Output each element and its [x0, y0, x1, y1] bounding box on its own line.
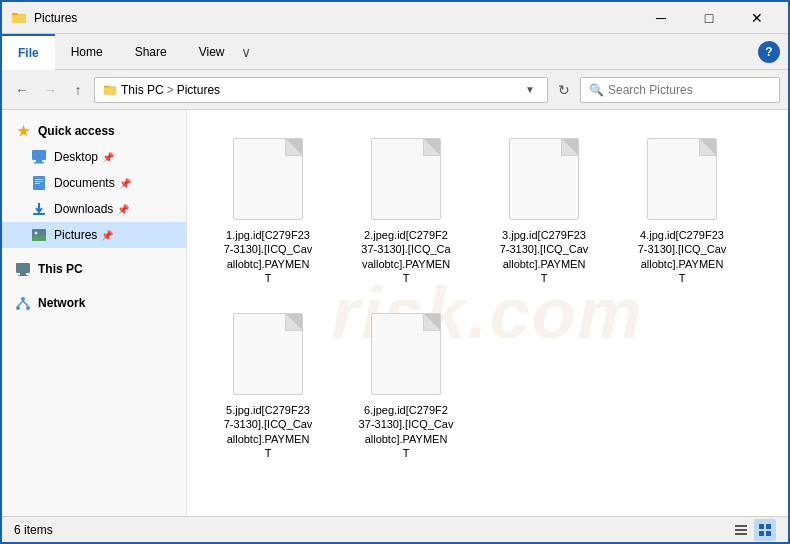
- search-icon: 🔍: [589, 83, 604, 97]
- path-pictures[interactable]: Pictures: [177, 83, 220, 97]
- file-icon: [504, 134, 584, 224]
- svg-rect-6: [32, 150, 46, 160]
- svg-rect-13: [33, 213, 45, 215]
- status-bar: 6 items: [2, 516, 788, 542]
- this-pc-icon: [14, 260, 32, 278]
- file-icon: [366, 309, 446, 399]
- svg-point-19: [21, 297, 25, 301]
- ribbon: File Home Share View ∨ ?: [2, 34, 788, 70]
- tab-file[interactable]: File: [2, 34, 55, 70]
- sidebar-label-downloads: Downloads: [54, 202, 113, 216]
- quick-access-icon: ★: [14, 122, 32, 140]
- desktop-icon: [30, 148, 48, 166]
- network-icon: [14, 294, 32, 312]
- svg-point-20: [16, 306, 20, 310]
- svg-rect-5: [104, 87, 116, 94]
- svg-rect-24: [735, 525, 747, 527]
- window-title: Pictures: [34, 11, 638, 25]
- file-icon: [228, 134, 308, 224]
- svg-rect-12: [35, 183, 40, 184]
- path-dropdown-icon[interactable]: ▼: [521, 84, 539, 95]
- downloads-icon: [30, 200, 48, 218]
- file-name: 3.jpg.id[C279F237-3130].[ICQ_Cavallobtc]…: [500, 228, 589, 285]
- back-button[interactable]: ←: [10, 78, 34, 102]
- path-thispc[interactable]: This PC: [121, 83, 164, 97]
- svg-rect-16: [16, 263, 30, 273]
- file-name: 1.jpg.id[C279F237-3130].[ICQ_Cavallobtc]…: [224, 228, 313, 285]
- forward-button[interactable]: →: [38, 78, 62, 102]
- file-icon: [228, 309, 308, 399]
- up-button[interactable]: ↑: [66, 78, 90, 102]
- file-name: 5.jpg.id[C279F237-3130].[ICQ_Cavallobtc]…: [224, 403, 313, 460]
- status-count: 6 items: [14, 523, 730, 537]
- sidebar-label-pictures: Pictures: [54, 228, 97, 242]
- file-name: 4.jpg.id[C279F237-3130].[ICQ_Cavallobtc]…: [638, 228, 727, 285]
- pin-icon-pictures: 📌: [101, 230, 113, 241]
- ribbon-collapse-icon[interactable]: ∨: [241, 44, 251, 60]
- sidebar-item-documents[interactable]: Documents 📌: [2, 170, 186, 196]
- sidebar-label-this-pc: This PC: [38, 262, 83, 276]
- svg-rect-2: [12, 15, 26, 23]
- main-area: ★ Quick access Desktop 📌: [2, 110, 788, 516]
- svg-rect-28: [766, 524, 771, 529]
- pin-icon-downloads: 📌: [117, 204, 129, 215]
- file-item[interactable]: 1.jpg.id[C279F237-3130].[ICQ_Cavallobtc]…: [203, 126, 333, 293]
- explorer-window: Pictures ─ □ ✕ File Home Share View ∨ ? …: [0, 0, 790, 544]
- svg-rect-7: [36, 160, 42, 162]
- sidebar-item-desktop[interactable]: Desktop 📌: [2, 144, 186, 170]
- svg-rect-30: [766, 531, 771, 536]
- list-view-button[interactable]: [730, 519, 752, 541]
- tab-view[interactable]: View: [183, 34, 241, 70]
- pictures-icon: [30, 226, 48, 244]
- window-icon: [10, 9, 28, 27]
- svg-line-23: [23, 301, 28, 306]
- file-name: 6.jpeg.id[C279F237-3130].[ICQ_Cavallobtc…: [359, 403, 454, 460]
- file-name: 2.jpeg.id[C279F237-3130].[ICQ_Cavallobtc…: [361, 228, 450, 285]
- sidebar-item-this-pc[interactable]: This PC: [2, 256, 186, 282]
- address-path[interactable]: This PC > Pictures ▼: [94, 77, 548, 103]
- svg-rect-25: [735, 529, 747, 531]
- sidebar-item-network[interactable]: Network: [2, 290, 186, 316]
- maximize-button[interactable]: □: [686, 2, 732, 34]
- pin-icon-desktop: 📌: [102, 152, 114, 163]
- file-item[interactable]: 4.jpg.id[C279F237-3130].[ICQ_Cavallobtc]…: [617, 126, 747, 293]
- address-bar: ← → ↑ This PC > Pictures ▼ ↻ 🔍: [2, 70, 788, 110]
- refresh-button[interactable]: ↻: [552, 78, 576, 102]
- view-buttons: [730, 519, 776, 541]
- minimize-button[interactable]: ─: [638, 2, 684, 34]
- files-grid: 1.jpg.id[C279F237-3130].[ICQ_Cavallobtc]…: [203, 126, 772, 468]
- sidebar-label-documents: Documents: [54, 176, 115, 190]
- title-bar: Pictures ─ □ ✕: [2, 2, 788, 34]
- tab-share[interactable]: Share: [119, 34, 183, 70]
- svg-rect-29: [759, 531, 764, 536]
- search-input[interactable]: [608, 83, 771, 97]
- sidebar-label-network: Network: [38, 296, 85, 310]
- icon-view-button[interactable]: [754, 519, 776, 541]
- sidebar-label-quick-access: Quick access: [38, 124, 115, 138]
- svg-rect-18: [18, 275, 28, 276]
- file-area: risk.com 1.jpg.id[C279F237-3130].[ICQ_Ca…: [187, 110, 788, 516]
- sidebar-item-quick-access[interactable]: ★ Quick access: [2, 118, 186, 144]
- documents-icon: [30, 174, 48, 192]
- svg-line-22: [18, 301, 23, 306]
- window-controls: ─ □ ✕: [638, 2, 780, 34]
- sidebar-item-downloads[interactable]: Downloads 📌: [2, 196, 186, 222]
- path-separator-1: >: [167, 83, 174, 97]
- file-icon: [642, 134, 722, 224]
- svg-rect-10: [35, 179, 43, 180]
- sidebar-item-pictures[interactable]: Pictures 📌: [2, 222, 186, 248]
- svg-point-21: [26, 306, 30, 310]
- file-item[interactable]: 3.jpg.id[C279F237-3130].[ICQ_Cavallobtc]…: [479, 126, 609, 293]
- sidebar: ★ Quick access Desktop 📌: [2, 110, 187, 516]
- help-button[interactable]: ?: [758, 41, 780, 63]
- svg-rect-11: [35, 181, 43, 182]
- file-item[interactable]: 6.jpeg.id[C279F237-3130].[ICQ_Cavallobtc…: [341, 301, 471, 468]
- file-icon: [366, 134, 446, 224]
- sidebar-label-desktop: Desktop: [54, 150, 98, 164]
- search-box[interactable]: 🔍: [580, 77, 780, 103]
- tab-home[interactable]: Home: [55, 34, 119, 70]
- file-item[interactable]: 2.jpeg.id[C279F237-3130].[ICQ_Cavallobtc…: [341, 126, 471, 293]
- close-button[interactable]: ✕: [734, 2, 780, 34]
- svg-rect-8: [34, 162, 44, 164]
- file-item[interactable]: 5.jpg.id[C279F237-3130].[ICQ_Cavallobtc]…: [203, 301, 333, 468]
